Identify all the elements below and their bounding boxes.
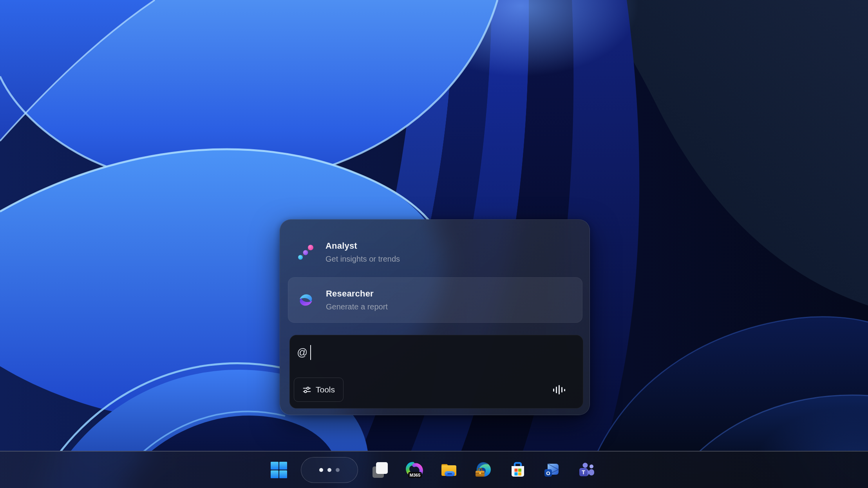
taskbar-outlook-button[interactable]: O — [540, 457, 565, 483]
thinking-dot — [336, 468, 340, 472]
agent-subtitle: Generate a report — [326, 302, 388, 311]
thinking-dot — [319, 468, 323, 472]
taskbar-edge-work-button[interactable] — [471, 457, 496, 483]
taskbar-task-view-button[interactable] — [367, 457, 392, 483]
teams-badge: T — [582, 469, 585, 475]
m365-copilot-icon: M365 — [405, 461, 424, 479]
tools-button[interactable]: Tools — [294, 378, 344, 402]
analyst-trend-icon — [297, 243, 315, 261]
tools-label: Tools — [316, 385, 335, 394]
agent-title: Analyst — [326, 241, 400, 251]
taskbar-search-pill[interactable] — [301, 457, 358, 483]
desktop: Analyst Get insights or trends Researche… — [0, 0, 868, 488]
taskbar-microsoft-store-button[interactable] — [505, 457, 530, 483]
taskbar-start-button[interactable] — [266, 457, 291, 483]
taskbar: M365 — [0, 451, 868, 488]
composer-text-line[interactable]: @ — [297, 344, 311, 361]
voice-waveform-icon[interactable] — [548, 380, 569, 400]
agent-title: Researcher — [326, 289, 388, 299]
thinking-dot — [327, 468, 331, 472]
agent-item-researcher[interactable]: Researcher Generate a report — [288, 277, 582, 323]
sliders-icon — [302, 385, 311, 394]
teams-icon: T — [577, 461, 596, 479]
microsoft-store-icon — [508, 461, 527, 479]
agent-subtitle: Get insights or trends — [326, 255, 400, 264]
composer-value: @ — [297, 347, 307, 359]
outlook-icon: O — [543, 461, 562, 479]
taskbar-file-explorer-button[interactable] — [436, 457, 461, 483]
m365-badge: M365 — [410, 473, 421, 477]
edge-browser-icon — [474, 461, 493, 479]
task-view-icon — [371, 461, 389, 479]
taskbar-items: M365 — [266, 452, 599, 488]
outlook-badge: O — [546, 470, 550, 476]
text-cursor — [310, 345, 311, 360]
copilot-input-box[interactable]: @ Tools — [289, 335, 583, 408]
copilot-agent-popup: Analyst Get insights or trends Researche… — [280, 219, 590, 415]
taskbar-m365-copilot-button[interactable]: M365 — [402, 457, 427, 483]
file-explorer-icon — [439, 461, 458, 479]
agent-item-analyst[interactable]: Analyst Get insights or trends — [288, 229, 582, 275]
composer-toolbar: Tools — [294, 378, 573, 402]
windows-start-icon — [270, 461, 288, 479]
taskbar-teams-button[interactable]: T — [574, 457, 599, 483]
researcher-orb-icon — [297, 291, 315, 309]
